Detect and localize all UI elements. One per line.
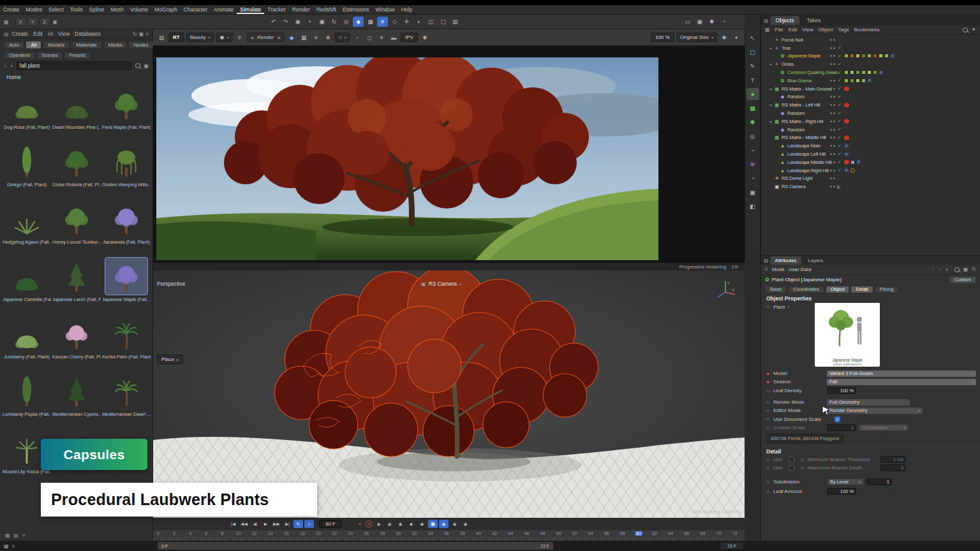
redo-icon[interactable]: ↷	[280, 17, 291, 27]
material-tag[interactable]	[867, 70, 872, 75]
field-tag[interactable]: F	[890, 54, 895, 59]
time-icon[interactable]: ◔	[746, 172, 759, 184]
play-icon[interactable]: ▶	[261, 520, 271, 528]
enabled-check-icon[interactable]: ✓	[838, 45, 842, 50]
frame-label-42[interactable]: 42	[491, 531, 498, 536]
spline-icon[interactable]: ~	[746, 144, 759, 156]
mograph-icon[interactable]: ≋	[746, 158, 759, 170]
field-tag[interactable]: F	[867, 78, 872, 83]
object-focus-null[interactable]: +Focus Null	[761, 36, 980, 44]
viewport-view-label[interactable]: Perspective	[157, 281, 185, 287]
frame-label-0[interactable]: 0	[156, 531, 161, 536]
attr-tab-coordinates[interactable]: Coordinates	[788, 286, 824, 293]
visibility-dot-editor[interactable]	[830, 186, 832, 187]
custom-button[interactable]: Custom	[949, 276, 976, 284]
render-selector[interactable]: ◀Render▶	[247, 33, 285, 42]
material-tag[interactable]	[873, 70, 877, 75]
attr-tab-detail[interactable]: Detail	[850, 286, 873, 293]
visibility-dot-render[interactable]	[833, 88, 835, 90]
frame-label-36[interactable]: 36	[443, 531, 450, 536]
key-pla-icon[interactable]: ◆	[417, 520, 427, 528]
pan-icon[interactable]: ✛	[376, 33, 387, 43]
list-view-icon[interactable]: ▤	[14, 533, 19, 538]
object-rs-matrix-left-hill[interactable]: ▾▦RS Matrix - Left Hill✓	[761, 101, 980, 109]
view-cube-icon[interactable]: ▢	[746, 46, 759, 58]
frame-label-58[interactable]: 58	[619, 531, 627, 536]
objects-menu-bookmarks[interactable]: Bookmarks	[854, 27, 879, 33]
asset-plant-juneberry-fall-plant[interactable]: Juneberry (Fall, Plant)	[2, 312, 52, 370]
material-tag[interactable]	[861, 54, 866, 58]
use-document-scale-checkbox[interactable]: ✓	[835, 416, 840, 422]
panel-icon[interactable]: ▦	[765, 27, 770, 33]
frame-label-6[interactable]: 6	[204, 531, 209, 536]
object-rs-matrix-middle-hill[interactable]: ▦RS Matrix - Middle Hill✓	[761, 134, 980, 142]
layout-icon[interactable]: ▦	[4, 543, 9, 549]
current-frame-field[interactable]: 60 F	[319, 520, 342, 528]
enabled-check-icon[interactable]: ✓	[838, 111, 842, 116]
visibility-dot-render[interactable]	[833, 153, 835, 155]
visibility-dot-render[interactable]	[833, 39, 835, 41]
field-tag[interactable]: F	[879, 70, 884, 75]
render-mode-dropdown[interactable]: Full Geometry	[827, 399, 910, 406]
visibility-dot-editor[interactable]	[830, 129, 832, 131]
material-tag[interactable]	[850, 54, 854, 58]
filmstrip-icon[interactable]: ▬	[389, 33, 399, 43]
visibility-dot-editor[interactable]	[830, 153, 832, 155]
float-window-icon[interactable]: ▣	[139, 31, 144, 37]
volume-icon[interactable]: ▦	[746, 102, 759, 114]
home-icon[interactable]: ⌂	[4, 63, 7, 69]
ring-tag[interactable]	[850, 168, 855, 173]
leaf-density-input[interactable]: 100 %	[827, 387, 856, 394]
target-tag[interactable]: ◎	[836, 184, 840, 189]
mirror-icon[interactable]: ◫	[426, 17, 436, 27]
field-tag[interactable]: F	[844, 168, 849, 173]
visibility-dot-render[interactable]	[833, 80, 835, 82]
settings-gear-icon[interactable]: ✱	[420, 33, 430, 43]
menu-help[interactable]: Help	[398, 5, 415, 14]
expand-arrow-icon[interactable]: ▾	[768, 46, 773, 50]
max-branch-input[interactable]: 3	[880, 464, 906, 471]
end-frame-field[interactable]: 72 F	[720, 542, 744, 550]
frame-label-30[interactable]: 30	[395, 531, 403, 536]
menu-window[interactable]: Window	[373, 5, 398, 14]
visibility-dot-render[interactable]	[833, 112, 835, 114]
asset-plant-kentia-palm-fall-plant[interactable]: Kentia Palm (Fall, Plant)	[101, 312, 151, 370]
grid-icon[interactable]: #	[235, 33, 245, 43]
enabled-check-icon[interactable]: ✓	[838, 78, 842, 83]
menu-select[interactable]: Select	[45, 5, 67, 14]
enabled-check-icon[interactable]: ✓	[838, 70, 842, 75]
burger-menu-icon[interactable]: ≡	[145, 31, 149, 37]
asset-menu-view[interactable]: View	[58, 31, 70, 37]
aov-dropdown[interactable]: ◉▾	[216, 33, 233, 42]
visibility-dot-render[interactable]	[833, 55, 835, 57]
material-strip-icon[interactable]: ◧	[746, 200, 759, 212]
visibility-dot-editor[interactable]	[830, 177, 832, 179]
material-tag[interactable]	[856, 54, 860, 58]
material-tag[interactable]	[850, 78, 854, 83]
filter-media[interactable]: Media	[103, 41, 128, 49]
go-to-prev-key-icon[interactable]: ◀◀	[239, 520, 249, 528]
material-tag[interactable]	[844, 78, 849, 83]
menu-spline[interactable]: Spline	[86, 5, 108, 14]
enabled-check-icon[interactable]: ✓	[838, 119, 842, 124]
visibility-dot-editor[interactable]	[830, 136, 832, 138]
enabled-check-icon[interactable]: ✓	[838, 159, 842, 165]
frame-label-70[interactable]: 70	[715, 531, 723, 536]
objects-menu-view[interactable]: View	[802, 27, 813, 33]
type-scenes[interactable]: Scenes	[36, 52, 63, 59]
filter-nodes[interactable]: Nodes	[128, 41, 153, 49]
visibility-dot-editor[interactable]	[830, 145, 832, 147]
axis-gizmo[interactable]: Y X	[714, 279, 737, 302]
visibility-dot-render[interactable]	[833, 104, 835, 106]
panel-icon[interactable]: ▤	[4, 31, 9, 37]
grid-toggle-icon[interactable]: ▦	[4, 19, 9, 25]
frame-label-22[interactable]: 22	[330, 531, 338, 536]
panel-menu-icon[interactable]: ▤	[764, 258, 769, 263]
history-nav-icons[interactable]: ‹ › ∧	[932, 267, 951, 272]
record-icon[interactable]: ●	[355, 520, 364, 528]
sort-icon[interactable]: ≡	[22, 533, 26, 538]
snap-keys-icon[interactable]: ◈	[439, 520, 449, 528]
marker-a-icon[interactable]: ◉	[450, 520, 459, 528]
object-grass[interactable]: ▾+Grass✓	[761, 60, 980, 68]
frame-label-26[interactable]: 26	[362, 531, 370, 536]
